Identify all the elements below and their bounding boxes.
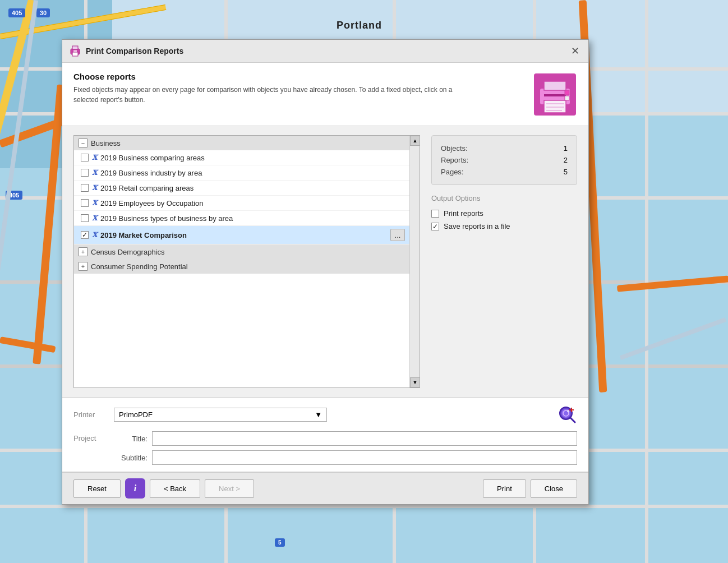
checkbox-r1[interactable] <box>81 154 89 161</box>
x-icon-r1: 𝐗 <box>92 153 97 162</box>
scroll-down-icon[interactable]: ▼ <box>410 377 420 387</box>
report-name-r4: 2019 Employees by Occupation <box>100 199 405 207</box>
printer-row: Printer PrimoPDF ▼ <box>73 404 577 424</box>
svg-point-19 <box>567 410 569 412</box>
x-icon-r5: 𝐗 <box>92 214 97 223</box>
objects-value: 1 <box>556 144 568 153</box>
save-reports-checkbox[interactable]: ✓ <box>431 223 439 230</box>
printer-label: Printer <box>73 410 107 419</box>
x-icon-r6: 𝐗 <box>92 230 97 239</box>
scroll-track[interactable] <box>410 146 420 377</box>
category-consumer[interactable]: + Consumer Spending Potential <box>74 259 409 274</box>
svg-rect-12 <box>544 94 566 96</box>
scroll-up-icon[interactable]: ▲ <box>410 136 420 146</box>
report-name-r1: 2019 Business comparing areas <box>100 154 405 162</box>
header-heading: Choose reports <box>73 72 466 81</box>
next-button[interactable]: Next > <box>205 479 254 498</box>
print-reports-label: Print reports <box>444 209 483 218</box>
scrollbar[interactable]: ▲ ▼ <box>409 136 420 387</box>
category-census[interactable]: + Census Demographics <box>74 244 409 259</box>
project-label: Project <box>73 434 107 442</box>
report-name-r3: 2019 Retail comparing areas <box>100 184 405 192</box>
svg-rect-14 <box>565 96 569 100</box>
expand-consumer-icon[interactable]: + <box>79 262 87 271</box>
collapse-business-icon[interactable]: − <box>79 139 87 147</box>
printer-settings-icon[interactable] <box>557 404 577 424</box>
checkbox-r3[interactable] <box>81 184 89 192</box>
list-item[interactable]: 𝐗 2019 Business industry by area <box>74 165 409 181</box>
pages-value: 5 <box>556 168 568 176</box>
x-icon-r4: 𝐗 <box>92 199 97 207</box>
category-consumer-label: Consumer Spending Potential <box>91 262 188 271</box>
list-item[interactable]: 𝐗 2019 Business comparing areas <box>74 150 409 165</box>
list-item[interactable]: 𝐗 2019 Business types of business by are… <box>74 211 409 226</box>
title-input[interactable] <box>152 431 577 446</box>
save-reports-label: Save reports in a file <box>444 222 510 230</box>
title-bar: Print Comparison Reports ✕ <box>62 40 588 63</box>
route-shield-30: 30 <box>36 8 50 17</box>
close-button[interactable]: Close <box>531 479 577 498</box>
checkbox-r5[interactable] <box>81 214 89 222</box>
list-item[interactable]: 𝐗 2019 Employees by Occupation <box>74 196 409 211</box>
category-business-label: Business <box>91 139 121 147</box>
header-description: Fixed objects may appear on every page f… <box>73 85 466 105</box>
dots-button[interactable]: ... <box>390 229 405 241</box>
road-diagonal2 <box>620 317 727 360</box>
expand-census-icon[interactable]: + <box>79 247 87 256</box>
route-shield-405: 405 <box>8 8 25 17</box>
category-business[interactable]: − Business <box>74 136 409 150</box>
right-panel: Objects: 1 Reports: 2 Pages: 5 Output Op… <box>431 135 577 388</box>
project-section: Project Title: Subtitle: <box>73 431 577 465</box>
route-shield-5: 5 <box>275 538 285 547</box>
svg-rect-1 <box>72 46 78 49</box>
x-icon-r3: 𝐗 <box>92 183 97 192</box>
subtitle-label: Subtitle: <box>114 454 148 462</box>
pages-label: Pages: <box>441 168 463 176</box>
city-label: Portland <box>337 20 382 31</box>
printer-select[interactable]: PrimoPDF ▼ <box>114 408 327 422</box>
category-census-label: Census Demographics <box>91 248 165 256</box>
report-name-r5: 2019 Business types of business by area <box>100 214 405 223</box>
dropdown-arrow-icon: ▼ <box>315 410 322 419</box>
project-fields: Title: Subtitle: <box>114 431 577 465</box>
output-options-title: Output Options <box>431 194 577 202</box>
svg-rect-3 <box>73 50 77 52</box>
header-section: Choose reports Fixed objects may appear … <box>62 63 588 126</box>
main-content: − Business 𝐗 2019 Business comparing are… <box>62 126 588 397</box>
info-icon[interactable]: i <box>125 478 145 499</box>
reset-button[interactable]: Reset <box>73 479 121 498</box>
svg-rect-7 <box>544 81 566 90</box>
svg-rect-13 <box>565 90 569 95</box>
list-item[interactable]: 𝐗 2019 Retail comparing areas <box>74 181 409 196</box>
back-button[interactable]: < Back <box>150 479 200 498</box>
dialog: Print Comparison Reports ✕ Choose report… <box>62 39 589 505</box>
dialog-icon <box>69 45 81 57</box>
svg-line-18 <box>570 418 575 422</box>
x-icon-r2: 𝐗 <box>92 168 97 177</box>
checkbox-r6[interactable]: ✓ <box>81 231 89 239</box>
report-name-r6: 2019 Market Comparison <box>100 231 387 239</box>
title-label: Title: <box>114 435 148 443</box>
checkbox-r4[interactable] <box>81 199 89 207</box>
close-icon[interactable]: ✕ <box>568 44 582 58</box>
print-button[interactable]: Print <box>483 479 526 498</box>
list-item-selected[interactable]: ✓ 𝐗 2019 Market Comparison ... <box>74 226 409 244</box>
footer: Reset i < Back Next > Print Close <box>62 472 588 504</box>
reports-value: 2 <box>556 156 568 164</box>
svg-rect-2 <box>72 52 78 56</box>
report-name-r2: 2019 Business industry by area <box>100 169 405 177</box>
print-reports-checkbox[interactable] <box>431 210 439 218</box>
checkbox-r2[interactable] <box>81 169 89 177</box>
objects-label: Objects: <box>441 144 468 153</box>
reports-list: − Business 𝐗 2019 Business comparing are… <box>74 136 409 387</box>
svg-rect-8 <box>544 100 566 113</box>
header-printer-icon <box>532 72 577 117</box>
dialog-title: Print Comparison Reports <box>86 47 183 56</box>
printer-value: PrimoPDF <box>119 410 153 419</box>
subtitle-input[interactable] <box>152 450 577 465</box>
output-options: Output Options Print reports ✓ Save repo… <box>431 194 577 230</box>
reports-panel: − Business 𝐗 2019 Business comparing are… <box>73 135 420 388</box>
bottom-section: Printer PrimoPDF ▼ <box>62 397 588 472</box>
reports-label: Reports: <box>441 156 468 164</box>
stats-box: Objects: 1 Reports: 2 Pages: 5 <box>431 135 577 185</box>
